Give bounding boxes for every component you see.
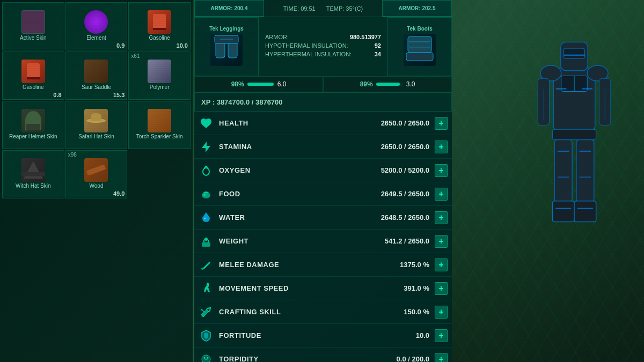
melee-label: MELEE DAMAGE bbox=[219, 261, 400, 269]
xp-text: XP : 3874700.0 / 3876700 bbox=[201, 98, 283, 106]
armor-header: ARMOR: 200.4 TIME: 09:51 TEMP: 35°(C) AR… bbox=[194, 0, 452, 17]
torpidity-plus-button[interactable]: + bbox=[435, 353, 448, 363]
xp-row: XP : 3874700.0 / 3876700 bbox=[194, 92, 452, 112]
armor-right-label: ARMOR: 202.5 bbox=[399, 5, 436, 11]
stat-row-torpidity[interactable]: zzz TORPIDITY 0.0 / 200.0 + bbox=[194, 348, 452, 362]
durability-row: 98% 6.0 89% 3.0 bbox=[194, 76, 452, 92]
movement-plus-button[interactable]: + bbox=[435, 282, 448, 295]
hyperthermal-row: HYPERTHERMAL INSULATION: 34 bbox=[265, 51, 381, 57]
melee-value: 1375.0 % bbox=[400, 261, 429, 269]
dura-right: 89% 3.0 bbox=[323, 76, 452, 92]
equip-slot-right[interactable]: Tek Boots bbox=[387, 17, 452, 76]
svg-rect-37 bbox=[576, 140, 594, 202]
equip-center: ARMOR: 980.513977 HYPOTHERMAL INSULATION… bbox=[259, 17, 387, 76]
oxygen-plus-button[interactable]: + bbox=[435, 164, 448, 177]
torpidity-value: 0.0 / 200.0 bbox=[397, 355, 429, 362]
stat-row-fortitude[interactable]: FORTITUDE 10.0 + bbox=[194, 324, 452, 348]
item-name-safari-hat: Safari Hat Skin bbox=[77, 132, 115, 141]
item-qty-saur-saddle: 15.3 bbox=[113, 92, 125, 98]
inv-item-safari-hat[interactable]: Safari Hat Skin bbox=[65, 101, 128, 149]
inv-item-witch-hat[interactable]: Witch Hat Skin bbox=[2, 150, 64, 198]
svg-rect-5 bbox=[406, 53, 433, 61]
stat-row-movement[interactable]: MOVEMENT SPEED 391.0 % + bbox=[194, 277, 452, 300]
item-count-polymer: x61 bbox=[131, 53, 140, 59]
item-name-wood: Wood bbox=[89, 182, 105, 190]
inv-item-torch-sparkler[interactable]: Torch Sparkler Skin bbox=[128, 101, 191, 149]
stat-row-water[interactable]: WATER 2648.5 / 2650.0 + bbox=[194, 206, 452, 230]
fortitude-plus-button[interactable]: + bbox=[435, 329, 448, 342]
inv-item-element[interactable]: Element 0.9 bbox=[65, 2, 128, 50]
inv-item-gasoline-2[interactable]: Gasoline 0.8 bbox=[2, 51, 64, 100]
oxygen-icon bbox=[199, 163, 214, 178]
weight-plus-button[interactable]: + bbox=[435, 235, 448, 248]
water-plus-button[interactable]: + bbox=[435, 211, 448, 224]
armor-left-label: ARMOR: 200.4 bbox=[211, 5, 248, 11]
stat-row-melee[interactable]: MELEE DAMAGE 1375.0 % + bbox=[194, 253, 452, 277]
food-plus-button[interactable]: + bbox=[435, 188, 448, 201]
item-name-element: Element bbox=[85, 34, 107, 42]
health-plus-button[interactable]: + bbox=[435, 117, 448, 130]
stamina-value: 2650.0 / 2650.0 bbox=[381, 143, 429, 151]
inv-item-wood[interactable]: x98 Wood 49.0 bbox=[65, 150, 128, 198]
oxygen-value: 5200.0 / 5200.0 bbox=[381, 166, 429, 174]
stat-row-crafting[interactable]: CRAFTING SKILL 150.0 % + bbox=[194, 300, 452, 324]
equip-slot-left[interactable]: Tek Leggings bbox=[194, 17, 259, 76]
fortitude-label: FORTITUDE bbox=[219, 331, 416, 339]
health-value: 2650.0 / 2650.0 bbox=[381, 119, 429, 127]
svg-point-16 bbox=[207, 283, 209, 285]
dura-right-bar-bg bbox=[376, 83, 403, 86]
hypothermal-value: 92 bbox=[375, 42, 381, 49]
hypothermal-row: HYPOTHERMAL INSULATION: 92 bbox=[265, 42, 381, 49]
oxygen-label: OXYGEN bbox=[219, 166, 381, 174]
svg-point-9 bbox=[203, 168, 209, 175]
item-icon-gasoline-2 bbox=[21, 60, 45, 83]
armor-left: ARMOR: 200.4 bbox=[194, 0, 264, 17]
crafting-label: CRAFTING SKILL bbox=[219, 308, 404, 316]
water-value: 2648.5 / 2650.0 bbox=[381, 213, 429, 221]
svg-point-17 bbox=[202, 315, 203, 316]
crafting-plus-button[interactable]: + bbox=[435, 306, 448, 319]
inv-item-reaper-helmet[interactable]: Reaper Helmet Skin bbox=[2, 101, 64, 149]
time-display: TIME: 09:51 bbox=[283, 5, 316, 12]
movement-label: MOVEMENT SPEED bbox=[219, 284, 404, 292]
item-icon-polymer bbox=[148, 60, 171, 83]
torpidity-label: TORPIDITY bbox=[219, 355, 397, 362]
svg-point-10 bbox=[205, 166, 207, 168]
inv-item-gasoline-1[interactable]: Gasoline 10.0 bbox=[128, 2, 191, 50]
dura-left-val: 6.0 bbox=[277, 80, 287, 88]
armor-stat-value: 980.513977 bbox=[350, 34, 381, 40]
inv-item-active-skin[interactable]: Active Skin bbox=[2, 2, 64, 50]
item-count-wood: x98 bbox=[68, 152, 77, 158]
stat-row-weight[interactable]: WEIGHT 541.2 / 2650.0 + bbox=[194, 230, 452, 253]
svg-point-15 bbox=[201, 268, 203, 270]
stat-row-stamina[interactable]: STAMINA 2650.0 / 2650.0 + bbox=[194, 135, 452, 159]
stat-row-oxygen[interactable]: OXYGEN 5200.0 / 5200.0 + bbox=[194, 159, 452, 182]
equip-right-icon bbox=[404, 34, 436, 66]
item-icon-wood bbox=[84, 158, 108, 182]
stat-row-health[interactable]: HEALTH 2650.0 / 2650.0 + bbox=[194, 112, 452, 135]
inv-item-saur-saddle[interactable]: Saur Saddle 15.3 bbox=[65, 51, 128, 100]
stat-row-food[interactable]: FOOD 2649.5 / 2650.0 + bbox=[194, 182, 452, 206]
dura-left-bar-bg bbox=[247, 83, 274, 86]
item-qty-gasoline-1: 10.0 bbox=[177, 42, 188, 49]
character-armor-svg bbox=[515, 16, 633, 349]
stats-panel: ARMOR: 200.4 TIME: 09:51 TEMP: 35°(C) AR… bbox=[194, 0, 452, 362]
hypothermal-label: HYPOTHERMAL INSULATION: bbox=[265, 42, 348, 49]
food-label: FOOD bbox=[219, 190, 381, 198]
fortitude-icon bbox=[199, 328, 214, 343]
hyperthermal-label: HYPERTHERMAL INSULATION: bbox=[265, 51, 352, 57]
item-name-saur-saddle: Saur Saddle bbox=[80, 83, 112, 92]
water-icon bbox=[199, 210, 214, 225]
melee-icon bbox=[199, 257, 214, 272]
stamina-plus-button[interactable]: + bbox=[435, 141, 448, 153]
water-label: WATER bbox=[219, 213, 381, 221]
fortitude-value: 10.0 bbox=[416, 331, 429, 339]
stamina-icon bbox=[199, 139, 214, 154]
crafting-value: 150.0 % bbox=[404, 308, 429, 316]
melee-plus-button[interactable]: + bbox=[435, 258, 448, 271]
svg-rect-40 bbox=[552, 201, 574, 222]
item-qty-wood: 49.0 bbox=[113, 190, 125, 197]
inv-item-polymer[interactable]: x61 Polymer bbox=[128, 51, 191, 100]
health-icon bbox=[199, 116, 214, 131]
armor-center: TIME: 09:51 TEMP: 35°(C) bbox=[264, 0, 382, 17]
